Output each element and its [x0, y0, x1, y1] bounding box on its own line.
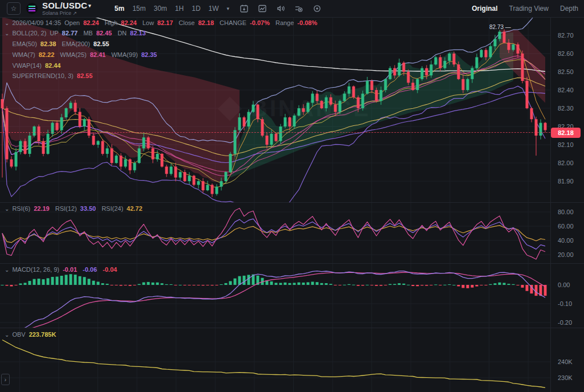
- indicator-row-rsi: ⌄ RSI(6) 22.19 RSI(12) 33.50 RSI(24) 42.…: [5, 205, 148, 212]
- obv-value: 223.785K: [29, 331, 56, 338]
- wma25-value: 82.41: [90, 51, 106, 58]
- macd-label: MACD(12, 26, 9): [12, 266, 59, 273]
- macd-dea-value: -0.06: [83, 266, 97, 273]
- boll-up-value: 82.77: [62, 30, 78, 36]
- timeframe-30m[interactable]: 30m: [154, 5, 167, 13]
- obv-axis-label: 240K: [558, 358, 573, 365]
- high-value: 82.24: [121, 19, 137, 26]
- timeframe-1D[interactable]: 1D: [192, 5, 200, 13]
- chevron-down-icon[interactable]: ⌄: [5, 30, 9, 36]
- supertrend-value: 82.55: [77, 72, 93, 79]
- chevron-down-icon[interactable]: ⌄: [5, 20, 9, 26]
- boll-dn-value: 82.13: [130, 30, 146, 36]
- ema50-label: EMA(50): [12, 40, 36, 47]
- rsi6-label: RSI(6): [12, 205, 30, 212]
- rsi-axis-label: 40.00: [558, 237, 574, 244]
- indicator-settings-icon[interactable]: [291, 2, 306, 15]
- panel-divider[interactable]: [0, 328, 584, 328]
- view-tab-original[interactable]: Original: [472, 5, 497, 13]
- range-value: -0.08%: [297, 19, 317, 26]
- solana-logo-icon: [26, 3, 38, 14]
- macd-dif-value: -0.01: [63, 266, 77, 273]
- session-high-marker: 82.73 —: [489, 24, 511, 30]
- favorite-star-button[interactable]: ☆: [7, 2, 21, 15]
- indicator-row-wma: ⌄ WMA(7) 82.22 WMA(25) 82.41 WMA(99) 82.…: [5, 51, 163, 58]
- macd-axis-label: -0.10: [558, 300, 572, 307]
- ohlc-row: ⌄ 2026/04/09 14:35 Open 82.24 High 82.24…: [5, 19, 323, 26]
- view-tab-depth[interactable]: Depth: [560, 5, 578, 13]
- rsi6-value: 22.19: [34, 205, 50, 212]
- indicator-row-macd: ⌄ MACD(12, 26, 9) -0.01 -0.06 -0.04: [5, 266, 123, 273]
- timeframe-15m[interactable]: 15m: [132, 5, 145, 13]
- low-label: Low: [143, 19, 154, 26]
- change-value: -0.07%: [250, 19, 270, 26]
- indicator-row-vwap: ⌄ VWAP(14) 82.44: [5, 62, 66, 69]
- price-axis-label: 82.70: [558, 32, 574, 39]
- price-axis-label: 81.90: [558, 178, 574, 185]
- ema200-label: EMA(200): [62, 40, 90, 47]
- close-value: 82.18: [198, 19, 214, 26]
- wma99-value: 82.35: [141, 51, 157, 58]
- range-label: Range: [275, 19, 294, 26]
- timeframe-5m[interactable]: 5m: [115, 5, 124, 13]
- price-axis-border: [550, 17, 551, 392]
- price-axis-label: 82.50: [558, 68, 574, 75]
- low-value: 82.17: [157, 19, 173, 26]
- change-label: CHANGE: [220, 19, 246, 26]
- price-axis-label: 82.00: [558, 160, 574, 166]
- indicator-row-boll: ⌄ BOLL(20, 2) UP 82.77 MB 82.45 DN 82.13: [5, 30, 152, 36]
- vwap-value: 82.44: [45, 62, 61, 69]
- chart-style-icon[interactable]: [255, 2, 270, 15]
- rsi-axis-label: 80.00: [558, 209, 574, 215]
- price-axis-label: 82.40: [558, 87, 574, 93]
- jump-to-date-icon[interactable]: [237, 2, 252, 15]
- obv-axis-label: 230K: [558, 374, 573, 381]
- wma99-label: WMA(99): [111, 51, 137, 58]
- close-label: Close: [179, 19, 194, 26]
- expand-panel-button[interactable]: ›: [1, 374, 10, 385]
- panel-divider[interactable]: [0, 202, 584, 203]
- toolbar: ☆ SOL/USDC▾ Solana Price ↗ 5m15m30m1H1D1…: [0, 0, 584, 18]
- timeframe-group: 5m15m30m1H1D1W: [111, 5, 223, 13]
- high-label: High: [104, 19, 117, 26]
- boll-mb-label: MB: [83, 30, 93, 36]
- candle-datetime: 2026/04/09 14:35: [12, 19, 61, 26]
- open-label: Open: [64, 19, 80, 26]
- rsi24-label: RSI(24): [102, 205, 123, 212]
- last-price-line: [0, 132, 550, 133]
- vwap-label: VWAP(14): [12, 62, 42, 69]
- chevron-down-icon[interactable]: ⌄: [5, 267, 9, 273]
- alerts-sound-icon[interactable]: [273, 2, 288, 15]
- ema200-value: 82.55: [94, 40, 110, 47]
- view-tab-trading-view[interactable]: Trading View: [509, 5, 549, 13]
- indicator-row-ema: ⌄ EMA(50) 82.38 EMA(200) 82.55: [5, 40, 115, 47]
- chevron-down-icon[interactable]: ⌄: [5, 332, 9, 338]
- wma25-label: WMA(25): [60, 51, 86, 58]
- obv-label: OBV: [12, 331, 25, 338]
- rsi12-label: RSI(12): [55, 205, 77, 212]
- obv-panel[interactable]: [0, 328, 550, 392]
- symbol-block[interactable]: SOL/USDC▾ Solana Price ↗: [42, 1, 91, 16]
- boll-up-label: UP: [50, 30, 58, 36]
- more-timeframes-chevron-icon[interactable]: ▾: [227, 6, 230, 11]
- ema50-value: 82.38: [40, 40, 56, 47]
- rsi12-value: 33.50: [80, 205, 96, 212]
- wma7-value: 82.22: [39, 51, 55, 58]
- rsi-axis-label: 20.00: [558, 251, 574, 258]
- view-tabs: OriginalTrading ViewDepth: [460, 0, 578, 17]
- price-axis-label: 82.30: [558, 105, 574, 112]
- supertrend-label: SUPERTREND(10, 3): [12, 72, 73, 79]
- chevron-down-icon: ▾: [88, 3, 91, 9]
- trading-app: ☆ SOL/USDC▾ Solana Price ↗ 5m15m30m1H1D1…: [0, 0, 584, 392]
- timeframe-1H[interactable]: 1H: [175, 5, 184, 13]
- rsi-axis-label: 60.00: [558, 223, 574, 230]
- macd-hist-value: -0.04: [103, 266, 117, 273]
- open-value: 82.24: [83, 19, 99, 26]
- indicator-row-obv: ⌄ OBV 223.785K: [5, 331, 62, 338]
- chevron-down-icon[interactable]: ⌄: [5, 206, 9, 212]
- macd-axis-label: -0.20: [558, 319, 572, 326]
- timeframe-1W[interactable]: 1W: [209, 5, 219, 13]
- panel-divider[interactable]: [0, 263, 584, 264]
- target-crosshair-icon[interactable]: [310, 2, 325, 15]
- boll-dn-label: DN: [117, 30, 127, 36]
